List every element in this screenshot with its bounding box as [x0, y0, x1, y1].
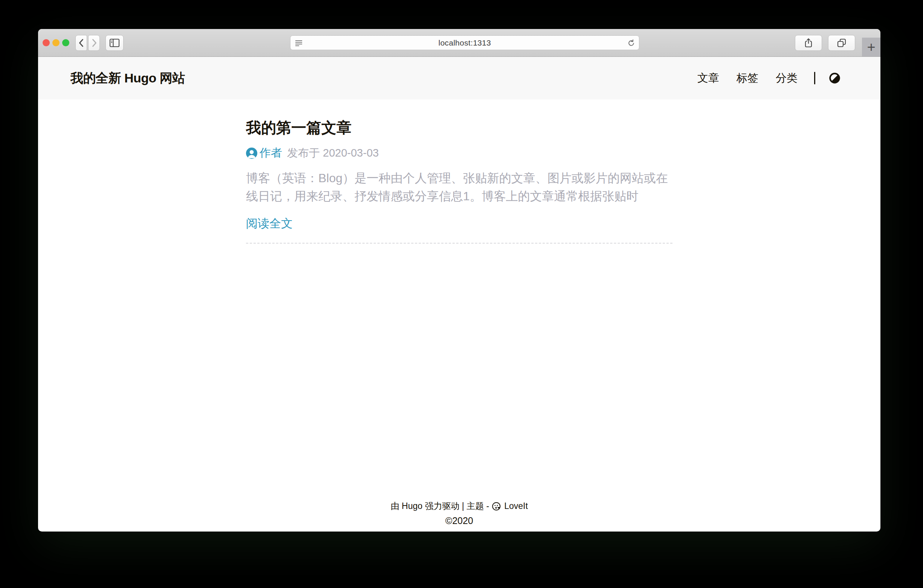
- site-footer: 由 Hugo 强力驱动 | 主题 - LoveIt ©2020: [38, 500, 880, 532]
- read-more-link[interactable]: 阅读全文: [246, 216, 293, 231]
- nav-item-tags[interactable]: 标签: [736, 71, 758, 86]
- post-summary-card: 我的第一篇文章 作者 发布于 2020-03-03 博客（英语：Blog）是一种…: [246, 119, 672, 244]
- chevron-right-icon: [90, 38, 99, 48]
- chevron-left-icon: [77, 38, 85, 48]
- contrast-circle-icon: [829, 72, 841, 84]
- close-button[interactable]: [43, 39, 50, 46]
- footer-powered-text: 由 Hugo 强力驱动 | 主题 -: [391, 500, 489, 512]
- site-header: 我的全新 Hugo 网站 文章 标签 分类: [38, 57, 880, 99]
- back-button[interactable]: [76, 35, 87, 51]
- url-text: localhost:1313: [291, 38, 639, 47]
- author-avatar-icon: [246, 147, 257, 159]
- page-content: 我的第一篇文章 作者 发布于 2020-03-03 博客（英语：Blog）是一种…: [38, 99, 880, 500]
- site-title[interactable]: 我的全新 Hugo 网站: [71, 70, 185, 87]
- footer-theme-link[interactable]: LoveIt: [504, 501, 528, 511]
- post-divider: [246, 243, 672, 244]
- publish-date: 发布于 2020-03-03: [287, 146, 379, 161]
- tabs-icon: [836, 38, 847, 48]
- footer-copyright: ©2020: [38, 515, 880, 526]
- refresh-button[interactable]: [627, 39, 636, 47]
- footer-powered-line: 由 Hugo 强力驱动 | 主题 - LoveIt: [38, 500, 880, 512]
- kissing-face-emoji-icon: [492, 501, 501, 511]
- post-meta: 作者 发布于 2020-03-03: [246, 145, 672, 161]
- nav-item-posts[interactable]: 文章: [697, 71, 719, 86]
- nav-item-categories[interactable]: 分类: [776, 71, 798, 86]
- nav-divider: [814, 72, 815, 84]
- post-summary-text: 博客（英语：Blog）是一种由个人管理、张贴新的文章、图片或影片的网站或在线日记…: [246, 169, 672, 205]
- traffic-lights: [43, 39, 69, 46]
- new-tab-button[interactable]: +: [862, 38, 880, 56]
- main-nav: 文章 标签 分类: [697, 71, 841, 86]
- minimize-button[interactable]: [53, 39, 59, 46]
- address-bar[interactable]: localhost:1313: [290, 35, 639, 50]
- zoom-button[interactable]: [62, 39, 69, 46]
- share-icon: [803, 38, 813, 48]
- theme-toggle-button[interactable]: [829, 72, 841, 84]
- forward-button[interactable]: [88, 35, 100, 51]
- browser-window: localhost:1313: [38, 29, 880, 532]
- post-title[interactable]: 我的第一篇文章: [246, 119, 672, 136]
- sidebar-toggle-button[interactable]: [105, 35, 123, 51]
- share-button[interactable]: [795, 35, 822, 51]
- sidebar-icon: [109, 38, 120, 47]
- browser-toolbar: localhost:1313: [38, 29, 880, 57]
- tab-overview-button[interactable]: [828, 35, 855, 51]
- author-link[interactable]: 作者: [259, 145, 282, 161]
